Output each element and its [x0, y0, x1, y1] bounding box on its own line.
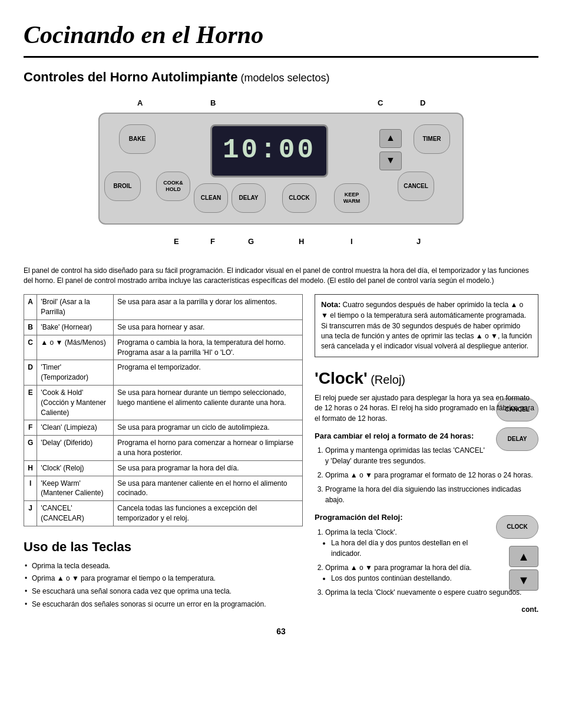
table-row: G'Delay' (Diferido)Programa el horno par…: [24, 436, 303, 461]
label-d: D: [420, 98, 425, 108]
arrow-side-btns: ▲ ▼: [509, 546, 538, 593]
label-c: C: [378, 98, 383, 108]
table-desc: Se usa para asar a la parrilla y dorar l…: [114, 295, 303, 320]
uso-bullet-item: Oprima ▲ o ▼ para programar el tiempo o …: [24, 574, 303, 584]
section-heading: Controles del Horno Autolimpiante (model…: [24, 68, 538, 87]
label-j: J: [416, 236, 421, 247]
cancel-button[interactable]: CANCEL: [398, 172, 434, 201]
table-name: 'Broil' (Asar a la Parrilla): [37, 295, 114, 320]
table-desc: Cancela todas las funciones a excepción …: [114, 501, 303, 526]
step-item: Programe la hora del día siguiendo las i…: [325, 484, 538, 505]
arrow-up-side: ▲: [509, 546, 538, 567]
label-e: E: [174, 236, 179, 247]
table-letter: J: [24, 501, 37, 526]
table-letter: G: [24, 436, 37, 461]
step-item: Oprima ▲ o ▼ para programar el formato d…: [325, 470, 538, 480]
label-g: G: [248, 236, 254, 247]
table-name: 'Clean' (Limpieza): [37, 420, 114, 436]
table-name: 'Timer' (Temporizador): [37, 360, 114, 386]
uso-section: Uso de las Teclas Oprima la tecla desead…: [24, 538, 303, 610]
page-title: Cocinando en el Horno: [24, 18, 538, 58]
table-name: 'Clock' (Reloj): [37, 460, 114, 476]
controls-table: A'Broil' (Asar a la Parrilla)Se usa para…: [24, 294, 303, 526]
clock-side-btn: CLOCK: [496, 515, 538, 539]
uso-bullet-item: Se escuchará una señal sonora cada vez q…: [24, 587, 303, 597]
step-item: Oprima ▲ o ▼ para programar la hora del …: [325, 562, 538, 584]
side-btns-prog: CLOCK: [496, 515, 538, 543]
keep-warm-button[interactable]: KEEPWARM: [334, 183, 369, 213]
uso-bullet-item: Oprima la tecla deseada.: [24, 561, 303, 571]
table-name: 'Delay' (Diferido): [37, 436, 114, 461]
table-name: 'CANCEL' (CANCELAR): [37, 501, 114, 526]
table-letter: H: [24, 460, 37, 476]
table-letter: I: [24, 476, 37, 501]
table-name: 'Keep Warm' (Mantener Caliente): [37, 476, 114, 501]
table-letter: B: [24, 319, 37, 335]
table-desc: Programa el temporizador.: [114, 360, 303, 386]
table-letter: C: [24, 335, 37, 360]
broil-button[interactable]: BROIL: [104, 172, 141, 201]
control-panel-diagram: 10:00 BAKE BROIL COOK&HOLD CLEAN DELAY C…: [28, 95, 534, 260]
uso-title: Uso de las Teclas: [24, 538, 303, 556]
table-desc: Programa o cambia la hora, la temperatur…: [114, 335, 303, 360]
label-i: I: [351, 236, 353, 247]
table-desc: Se usa para programar un ciclo de autoli…: [114, 420, 303, 436]
clock-title: 'Clock' (Reloj): [315, 367, 538, 390]
steps-24-list: Oprima y mantenga oprimidas las teclas '…: [315, 445, 538, 505]
arrow-down-button[interactable]: ▼: [379, 151, 402, 170]
table-name: 'Bake' (Hornear): [37, 319, 114, 335]
step-item: Oprima la tecla 'Clock' nuevamente o esp…: [325, 587, 538, 598]
clock-section: 'Clock' (Reloj) El reloj puede ser ajust…: [315, 367, 538, 615]
note-box: Nota: Cuatro segundos después de haber o…: [315, 294, 538, 357]
table-row: F'Clean' (Limpieza)Se usa para programar…: [24, 420, 303, 436]
label-f: F: [210, 236, 215, 247]
arrow-up-button[interactable]: ▲: [379, 129, 402, 148]
clock-button[interactable]: CLOCK: [282, 183, 316, 213]
table-name: ▲ o ▼ (Más/Menos): [37, 335, 114, 360]
delay-side-btn: DELAY: [496, 427, 538, 451]
table-name: 'Cook & Hold' (Cocción y Mantener Calien…: [37, 385, 114, 420]
table-row: A'Broil' (Asar a la Parrilla)Se usa para…: [24, 295, 303, 320]
left-column: A'Broil' (Asar a la Parrilla)Se usa para…: [24, 294, 303, 614]
table-row: E'Cook & Hold' (Cocción y Mantener Calie…: [24, 385, 303, 420]
cook-hold-button[interactable]: COOK&HOLD: [156, 172, 190, 201]
display-screen: 10:00: [210, 124, 328, 177]
label-b: B: [210, 98, 216, 108]
right-column: Nota: Cuatro segundos después de haber o…: [315, 294, 538, 614]
table-row: I'Keep Warm' (Mantener Caliente)Se usa p…: [24, 476, 303, 501]
cont-label: cont.: [315, 605, 538, 615]
table-desc: Programa el horno para comenzar a hornea…: [114, 436, 303, 461]
table-letter: A: [24, 295, 37, 320]
label-a: A: [137, 98, 143, 108]
uso-bullet-item: Se escucharán dos señales sonoras si ocu…: [24, 599, 303, 610]
table-letter: E: [24, 385, 37, 420]
label-h: H: [299, 236, 304, 247]
table-letter: F: [24, 420, 37, 436]
clean-button[interactable]: CLEAN: [194, 183, 228, 213]
bake-button[interactable]: BAKE: [119, 124, 156, 154]
table-row: B'Bake' (Hornear)Se usa para hornear y a…: [24, 319, 303, 335]
delay-button[interactable]: DELAY: [232, 183, 266, 213]
uso-bullets: Oprima la tecla deseada.Oprima ▲ o ▼ par…: [24, 561, 303, 610]
table-row: H'Clock' (Reloj)Se usa para programar la…: [24, 460, 303, 476]
timer-button[interactable]: TIMER: [414, 124, 450, 154]
table-row: C▲ o ▼ (Más/Menos)Programa o cambia la h…: [24, 335, 303, 360]
table-row: D'Timer' (Temporizador)Programa el tempo…: [24, 360, 303, 386]
step-sub-item: Los dos puntos continúan destellando.: [331, 573, 538, 584]
table-letter: D: [24, 360, 37, 386]
description-paragraph: El panel de control ha sido diseñado par…: [24, 266, 538, 286]
table-row: J'CANCEL' (CANCELAR)Cancela todas las fu…: [24, 501, 303, 526]
page-number: 63: [24, 626, 538, 638]
table-desc: Se usa para programar la hora del día.: [114, 460, 303, 476]
table-desc: Se usa para hornear durante un tiempo se…: [114, 385, 303, 420]
table-desc: Se usa para hornear y asar.: [114, 319, 303, 335]
table-desc: Se usa para mantener caliente en el horn…: [114, 476, 303, 501]
